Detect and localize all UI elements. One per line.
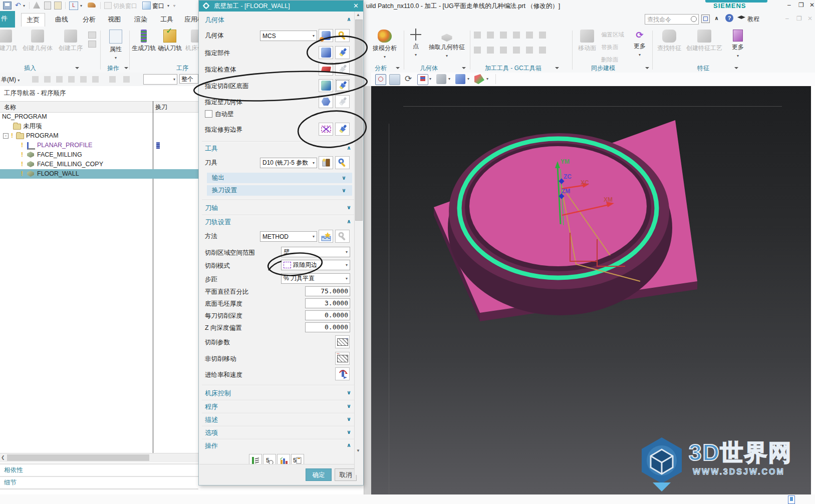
generate-toolpath-button[interactable]: 生成刀轨	[131, 30, 156, 53]
toolchange-subsection[interactable]: 换刀设置∨	[207, 185, 352, 196]
panel-details[interactable]: 细节	[0, 476, 198, 487]
fit-refresh-icon[interactable]: ⟳	[403, 74, 413, 84]
tree-row-face-milling[interactable]: ! FACE_MILLING	[0, 150, 198, 160]
navigator-hscrollbar[interactable]: ❮	[0, 453, 198, 462]
render-style-caret-icon[interactable]: ▾	[448, 77, 450, 81]
grid-layout-caret-icon[interactable]: ▾	[429, 77, 431, 81]
highlight-trim-flashlight-icon[interactable]	[335, 123, 350, 136]
panel-dependencies[interactable]: 相依性	[0, 463, 198, 475]
graphics-viewport[interactable]: YM ZC ZM XC XM 3D世界网 WWW.3DSJW.COM	[371, 86, 811, 494]
wall-geometry-icon[interactable]	[319, 95, 333, 108]
tool-combobox[interactable]: D10 (铣刀-5 参数▾	[260, 158, 317, 168]
tree-row-floor-wall-selected[interactable]: ! FLOOR_WALL	[0, 169, 198, 179]
menu-button[interactable]: 单(M) ▾	[1, 76, 20, 84]
group-feature-caret-icon[interactable]	[734, 67, 738, 69]
view-orient-icon[interactable]: L	[69, 2, 78, 10]
section-tool[interactable]: 工具	[205, 144, 218, 153]
view-cube-icon[interactable]	[455, 74, 465, 84]
new-tool-icon[interactable]	[319, 156, 333, 169]
undo-caret-icon[interactable]: ▾	[23, 4, 25, 8]
verify-toolpath-button[interactable]: ✓ 确认刀轨	[157, 30, 182, 53]
doc-close-button[interactable]: ✕	[807, 15, 812, 22]
visual-effects-caret-icon[interactable]: ▾	[486, 77, 488, 81]
window-menu-caret-icon[interactable]: ▾	[167, 4, 169, 8]
window-close-button[interactable]: ✕	[809, 2, 814, 9]
hscroll-thumb[interactable]	[7, 454, 149, 461]
section-actions[interactable]: 操作	[205, 441, 218, 450]
window-menu-button[interactable]: 窗口	[152, 2, 164, 11]
scroll-down-icon[interactable]: ▼	[356, 448, 360, 453]
find-in-window-icon[interactable]	[375, 74, 386, 85]
tutorial-button[interactable]: 教程	[747, 15, 759, 24]
minimize-ribbon-icon[interactable]: ∧	[714, 15, 719, 22]
chevron-up-icon[interactable]: ∧	[347, 16, 351, 23]
highlight-floor-flashlight-icon[interactable]	[335, 79, 350, 92]
touch-icon[interactable]	[88, 3, 96, 8]
feeds-speeds-icon[interactable]	[335, 367, 350, 380]
cancel-button[interactable]: 取消	[335, 468, 357, 481]
collapse-box-icon[interactable]: -	[3, 133, 9, 139]
trim-boundary-icon[interactable]	[319, 123, 333, 136]
scroll-up-icon[interactable]: ▲	[356, 13, 360, 17]
chevron-down-icon[interactable]: ∨	[342, 185, 346, 196]
window-minimize-button[interactable]: –	[787, 2, 791, 9]
tab-render[interactable]: 渲染	[129, 13, 152, 26]
view-orient-caret-icon[interactable]: ▾	[80, 4, 82, 8]
z-offset-field[interactable]: 0.0000	[305, 322, 350, 332]
properties-button[interactable]: 属性▾	[104, 30, 127, 61]
group-insert-caret-icon[interactable]	[75, 67, 79, 69]
tab-file[interactable]: 件(F)	[0, 11, 15, 28]
edit-tool-wrench-icon[interactable]	[335, 156, 350, 169]
section-description[interactable]: 描述	[205, 415, 218, 424]
part-model[interactable]	[411, 105, 721, 335]
group-operate-caret-icon[interactable]	[124, 67, 128, 69]
column-name[interactable]: 名称	[4, 103, 16, 112]
tree-row-face-milling-copy[interactable]: ! FACE_MILLING_COPY	[0, 160, 198, 169]
status-window-icon[interactable]	[788, 495, 795, 504]
geometry-combobox[interactable]: MCS▾	[260, 31, 317, 41]
chevron-down-icon[interactable]: ∨	[347, 389, 351, 396]
floor-stock-field[interactable]: 3.0000	[305, 298, 350, 308]
section-program[interactable]: 程序	[205, 402, 218, 411]
group-gc-caret-icon[interactable]	[555, 67, 559, 69]
chevron-down-icon[interactable]: ∨	[342, 173, 346, 183]
non-cutting-icon[interactable]: ↔	[335, 352, 350, 365]
section-path-settings[interactable]: 刀轨设置	[205, 218, 231, 227]
section-geometry[interactable]: 几何体	[205, 16, 224, 25]
extract-geometry-button[interactable]: 抽取几何特征▾	[426, 30, 468, 59]
help-icon[interactable]: ?	[725, 14, 733, 22]
tree-row-planar-profile[interactable]: ! PLANAR_PROFILE	[0, 141, 198, 150]
dialog-close-icon[interactable]: ✕	[353, 1, 359, 12]
auto-wall-checkbox[interactable]	[205, 110, 212, 118]
ok-button[interactable]: 确定	[306, 468, 332, 481]
chevron-down-icon[interactable]: ∨	[347, 403, 351, 409]
panel-sash[interactable]	[364, 86, 372, 494]
tab-view[interactable]: 视图	[103, 13, 126, 26]
tab-tools[interactable]: 工具	[155, 13, 178, 26]
cut-region-combobox[interactable]: 壁▾	[281, 247, 350, 257]
paste-icon[interactable]	[54, 2, 62, 10]
undo-icon[interactable]: ↶	[15, 1, 21, 9]
save-icon[interactable]	[3, 2, 12, 10]
mill-method-icon[interactable]	[319, 230, 333, 243]
edit-mcs-wrench-icon[interactable]	[335, 29, 350, 42]
chevron-up-icon[interactable]: ∧	[347, 442, 351, 448]
tab-home[interactable]: 主页	[21, 13, 45, 27]
sync-more-button[interactable]: ⟳ 更多▾	[629, 30, 650, 58]
filter-combobox[interactable]: ▾	[143, 74, 177, 85]
search-icon[interactable]	[691, 16, 697, 22]
depth-per-cut-field[interactable]: 0.0000	[305, 310, 350, 320]
quickbar-customize-caret-icon[interactable]: ▿	[173, 4, 175, 8]
select-part-icon[interactable]	[319, 46, 333, 59]
cut-params-icon[interactable]: →	[335, 335, 350, 348]
section-machine-control[interactable]: 机床控制	[205, 389, 231, 398]
doc-minimize-button[interactable]: –	[785, 15, 789, 22]
new-mcs-icon[interactable]	[319, 29, 333, 42]
command-search-input[interactable]: 查找命令	[645, 14, 699, 25]
cut-icon[interactable]	[33, 2, 40, 9]
dialog-titlebar[interactable]: 底壁加工 - [FLOOR_WALL] ✕	[199, 1, 363, 12]
render-style-icon[interactable]	[436, 74, 446, 84]
check-body-icon[interactable]	[319, 63, 333, 76]
column-toolchange[interactable]: 换刀	[155, 103, 167, 112]
tree-row-unused[interactable]: 未用项	[0, 122, 198, 131]
